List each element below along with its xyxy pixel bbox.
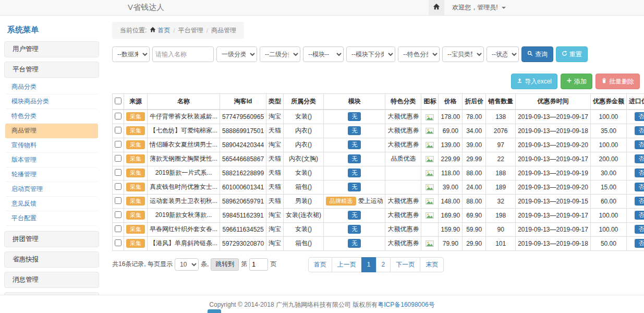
import-toggle-badge[interactable]: 否 bbox=[635, 183, 644, 191]
per-page-select[interactable]: 10 bbox=[175, 258, 199, 271]
product-name: 运动套装男士卫衣初秋... bbox=[148, 194, 220, 208]
module-badge: 品牌精选 bbox=[326, 197, 356, 206]
user-menu[interactable]: 欢迎您，管理员! bbox=[444, 3, 514, 12]
table-row: 采集2019新款一片式系...588216228899天猫女装()无118.00… bbox=[113, 166, 644, 180]
filter-select[interactable]: 一级分类 bbox=[216, 46, 257, 62]
row-checkbox[interactable] bbox=[115, 169, 121, 176]
filter-select[interactable]: --特色分类-- bbox=[398, 46, 440, 62]
module-badge: 无 bbox=[348, 140, 361, 149]
icon-cell bbox=[421, 236, 439, 250]
sidebar-subitem[interactable]: 模块商品分类 bbox=[5, 94, 98, 109]
select-all-checkbox[interactable] bbox=[115, 98, 121, 104]
module-cell: 无 bbox=[324, 138, 385, 152]
column-header: 优惠券金额 bbox=[590, 94, 626, 110]
row-checkbox[interactable] bbox=[115, 225, 121, 232]
page-input[interactable] bbox=[249, 258, 268, 271]
icp-link[interactable]: 粤ICP备16098006号 bbox=[378, 301, 434, 308]
name-search-input[interactable] bbox=[152, 46, 214, 62]
row-checkbox[interactable] bbox=[115, 127, 121, 134]
sidebar-subitem[interactable]: 特色分类 bbox=[5, 109, 98, 124]
table-row: 采集真皮钱包时尚优雅女士...601000601341天猫箱包()无39.002… bbox=[113, 180, 644, 194]
pager-button[interactable]: 首页 bbox=[308, 257, 332, 272]
column-header: 价格 bbox=[439, 94, 463, 110]
table-row: 采集2019新款女秋薄款...598451162391淘宝女装(连衣裙)无大额优… bbox=[113, 208, 644, 222]
breadcrumb-separator: / bbox=[173, 27, 175, 34]
sidebar-item-user-management[interactable]: 用户管理 bbox=[4, 41, 99, 57]
filter-select[interactable]: --状态-- bbox=[487, 46, 519, 62]
row-checkbox[interactable] bbox=[115, 141, 121, 148]
import-toggle-badge[interactable]: 否 bbox=[635, 239, 644, 248]
row-checkbox[interactable] bbox=[115, 239, 121, 246]
row-checkbox[interactable] bbox=[115, 113, 121, 119]
sidebar-item[interactable]: 拼团管理 bbox=[4, 231, 99, 247]
pager-button[interactable]: 2 bbox=[376, 257, 391, 272]
table-row: 采集【七色纺】可爱纯棉家...588869917501天猫内衣()无大额优惠券6… bbox=[113, 124, 644, 138]
import-toggle-badge[interactable]: 否 bbox=[635, 168, 644, 177]
sidebar-item[interactable]: 省惠快报 bbox=[4, 251, 99, 268]
product-thumbnail-icon bbox=[426, 198, 434, 205]
search-button[interactable]: 查询 bbox=[521, 46, 553, 62]
filter-select[interactable]: --模块-- bbox=[303, 46, 344, 62]
filter-select[interactable]: --模块下分类-- bbox=[346, 46, 395, 62]
module-badge: 无 bbox=[348, 211, 361, 220]
sidebar-subitem[interactable]: 商品管理 bbox=[5, 124, 98, 138]
add-button[interactable]: 添加 bbox=[561, 74, 592, 89]
import-toggle-badge[interactable]: 否 bbox=[635, 225, 644, 234]
import-toggle-badge[interactable]: 否 bbox=[635, 140, 644, 149]
sidebar-subitem[interactable]: 版本管理 bbox=[5, 153, 98, 167]
module-cell: 无 bbox=[324, 236, 385, 250]
icon-cell bbox=[421, 138, 439, 152]
sidebar-subitem[interactable]: 平台配置 bbox=[5, 211, 98, 226]
import-toggle-badge[interactable]: 否 bbox=[635, 154, 644, 163]
import-toggle-badge[interactable]: 否 bbox=[635, 112, 644, 121]
module-cell: 无 bbox=[324, 124, 385, 138]
pager-button[interactable]: 上一页 bbox=[332, 257, 362, 272]
module-badge: 无 bbox=[348, 225, 361, 234]
row-checkbox[interactable] bbox=[115, 155, 121, 162]
product-thumbnail-icon bbox=[426, 212, 434, 219]
sidebar-subitem[interactable]: 启动页管理 bbox=[5, 182, 98, 197]
breadcrumb-home-label: 首页 bbox=[157, 26, 170, 35]
filter-select[interactable]: --宝贝类型-- bbox=[442, 46, 484, 62]
home-button[interactable] bbox=[429, 0, 444, 15]
product-thumbnail-icon bbox=[426, 155, 434, 163]
pager-button[interactable]: 1 bbox=[361, 257, 376, 272]
pager-button[interactable]: 下一页 bbox=[390, 257, 420, 272]
import-toggle-badge[interactable]: 否 bbox=[635, 211, 644, 220]
source-badge: 采集 bbox=[126, 239, 145, 248]
row-checkbox[interactable] bbox=[115, 183, 121, 190]
column-header: 类型 bbox=[266, 94, 284, 110]
sidebar-item-platform-management[interactable]: 平台管理 bbox=[4, 62, 99, 78]
pager-button[interactable]: 末页 bbox=[420, 257, 444, 272]
jump-button[interactable]: 跳转到 bbox=[211, 258, 239, 271]
app-title: V省钱达人 bbox=[128, 3, 164, 13]
row-checkbox[interactable] bbox=[115, 197, 121, 204]
import-toggle-badge[interactable]: 否 bbox=[635, 197, 644, 206]
sidebar-subitem[interactable]: 意见反馈 bbox=[5, 197, 98, 211]
batch-delete-button[interactable]: 批量删除 bbox=[596, 74, 640, 89]
column-header: 进口优选 bbox=[626, 94, 644, 110]
sidebar-subitem[interactable]: 宣传物料 bbox=[5, 138, 98, 153]
batch-delete-label: 批量删除 bbox=[609, 77, 634, 86]
module-badge: 无 bbox=[348, 154, 361, 163]
source-badge: 采集 bbox=[126, 168, 145, 177]
reset-button[interactable]: 重置 bbox=[556, 46, 588, 62]
clipped-bottom-element bbox=[208, 309, 221, 313]
product-name: 早春网红针织外套女春... bbox=[148, 222, 220, 236]
upload-icon bbox=[517, 78, 523, 85]
sidebar-subitem[interactable]: 轮播管理 bbox=[5, 167, 98, 182]
row-checkbox[interactable] bbox=[115, 211, 121, 218]
module-badge: 无 bbox=[348, 168, 361, 177]
sidebar-platform-panel: 平台管理 商品分类模块商品分类特色分类商品管理宣传物料版本管理轮播管理启动页管理… bbox=[4, 62, 99, 227]
breadcrumb-home-link[interactable]: 首页 bbox=[150, 26, 170, 35]
add-label: 添加 bbox=[574, 77, 587, 86]
import-toggle-badge[interactable]: 否 bbox=[635, 126, 644, 135]
filter-select[interactable]: --二级分类-- bbox=[260, 46, 300, 62]
sidebar: 系统菜单 用户管理 平台管理 商品分类模块商品分类特色分类商品管理宣传物料版本管… bbox=[4, 22, 99, 313]
import-excel-button[interactable]: 导入excel bbox=[511, 74, 557, 89]
product-thumbnail-icon bbox=[426, 184, 434, 191]
sidebar-subitem[interactable]: 商品分类 bbox=[5, 80, 98, 94]
filter-select[interactable]: --数据来源-- bbox=[112, 46, 150, 62]
sidebar-item[interactable]: 消息管理 bbox=[4, 272, 99, 288]
copyright-text: Copyright © 2014-2018 广州九驰网络科技有限公司 版权所有 bbox=[209, 301, 378, 308]
